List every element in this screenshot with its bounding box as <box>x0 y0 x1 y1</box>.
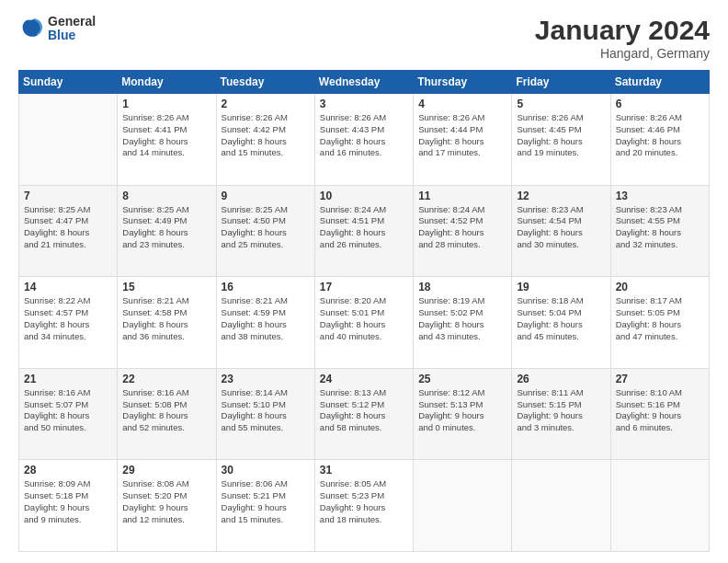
day-info: Sunrise: 8:24 AM Sunset: 4:52 PM Dayligh… <box>418 204 506 251</box>
calendar-cell: 16Sunrise: 8:21 AM Sunset: 4:59 PM Dayli… <box>216 277 314 369</box>
day-info: Sunrise: 8:25 AM Sunset: 4:50 PM Dayligh… <box>222 204 310 251</box>
calendar-cell: 11Sunrise: 8:24 AM Sunset: 4:52 PM Dayli… <box>414 185 512 277</box>
calendar-cell <box>19 94 118 186</box>
calendar-cell: 29Sunrise: 8:08 AM Sunset: 5:20 PM Dayli… <box>118 460 216 552</box>
day-number: 14 <box>24 281 112 293</box>
day-number: 16 <box>222 281 310 293</box>
day-number: 1 <box>122 98 210 110</box>
day-info: Sunrise: 8:16 AM Sunset: 5:08 PM Dayligh… <box>122 387 210 434</box>
calendar-cell: 2Sunrise: 8:26 AM Sunset: 4:42 PM Daylig… <box>216 94 314 186</box>
day-number: 15 <box>122 281 210 293</box>
day-number: 5 <box>517 98 605 110</box>
calendar-cell: 13Sunrise: 8:23 AM Sunset: 4:55 PM Dayli… <box>610 185 709 277</box>
day-info: Sunrise: 8:22 AM Sunset: 4:57 PM Dayligh… <box>24 295 112 342</box>
logo: General Blue <box>18 15 96 43</box>
calendar-cell: 10Sunrise: 8:24 AM Sunset: 4:51 PM Dayli… <box>314 185 413 277</box>
day-info: Sunrise: 8:05 AM Sunset: 5:23 PM Dayligh… <box>320 478 408 525</box>
calendar-cell: 23Sunrise: 8:14 AM Sunset: 5:10 PM Dayli… <box>216 368 314 460</box>
calendar-cell: 28Sunrise: 8:09 AM Sunset: 5:18 PM Dayli… <box>19 460 118 552</box>
day-info: Sunrise: 8:18 AM Sunset: 5:04 PM Dayligh… <box>517 295 605 342</box>
calendar-cell: 4Sunrise: 8:26 AM Sunset: 4:44 PM Daylig… <box>414 94 512 186</box>
calendar-cell: 12Sunrise: 8:23 AM Sunset: 4:54 PM Dayli… <box>512 185 610 277</box>
page: General Blue January 2024 Hangard, Germa… <box>0 0 728 563</box>
day-info: Sunrise: 8:21 AM Sunset: 4:58 PM Dayligh… <box>122 295 210 342</box>
calendar-cell <box>414 460 512 552</box>
day-number: 23 <box>222 373 310 385</box>
day-info: Sunrise: 8:13 AM Sunset: 5:12 PM Dayligh… <box>320 387 408 434</box>
calendar-table: Sunday Monday Tuesday Wednesday Thursday… <box>18 70 710 552</box>
day-number: 9 <box>222 190 310 202</box>
day-number: 26 <box>517 373 605 385</box>
day-number: 21 <box>24 373 112 385</box>
calendar-cell <box>610 460 709 552</box>
day-info: Sunrise: 8:16 AM Sunset: 5:07 PM Dayligh… <box>24 387 112 434</box>
col-sunday: Sunday <box>19 71 118 94</box>
calendar-cell: 7Sunrise: 8:25 AM Sunset: 4:47 PM Daylig… <box>19 185 118 277</box>
day-number: 25 <box>418 373 506 385</box>
logo-icon <box>18 16 44 41</box>
day-number: 17 <box>320 281 408 293</box>
col-friday: Friday <box>512 71 610 94</box>
calendar-cell: 30Sunrise: 8:06 AM Sunset: 5:21 PM Dayli… <box>216 460 314 552</box>
col-thursday: Thursday <box>414 71 512 94</box>
day-info: Sunrise: 8:08 AM Sunset: 5:20 PM Dayligh… <box>122 478 210 525</box>
day-info: Sunrise: 8:09 AM Sunset: 5:18 PM Dayligh… <box>24 478 112 525</box>
day-info: Sunrise: 8:26 AM Sunset: 4:41 PM Dayligh… <box>122 112 210 159</box>
col-wednesday: Wednesday <box>314 71 413 94</box>
day-info: Sunrise: 8:20 AM Sunset: 5:01 PM Dayligh… <box>320 295 408 342</box>
title-block: January 2024 Hangard, Germany <box>535 15 710 61</box>
logo-text: General Blue <box>48 15 96 43</box>
main-title: January 2024 <box>535 15 710 46</box>
day-info: Sunrise: 8:25 AM Sunset: 4:47 PM Dayligh… <box>24 204 112 251</box>
day-info: Sunrise: 8:23 AM Sunset: 4:55 PM Dayligh… <box>616 204 704 251</box>
day-info: Sunrise: 8:25 AM Sunset: 4:49 PM Dayligh… <box>122 204 210 251</box>
col-saturday: Saturday <box>610 71 709 94</box>
day-info: Sunrise: 8:17 AM Sunset: 5:05 PM Dayligh… <box>616 295 704 342</box>
day-info: Sunrise: 8:12 AM Sunset: 5:13 PM Dayligh… <box>418 387 506 434</box>
calendar-cell: 17Sunrise: 8:20 AM Sunset: 5:01 PM Dayli… <box>314 277 413 369</box>
day-number: 2 <box>222 98 310 110</box>
day-number: 20 <box>616 281 704 293</box>
week-row-4: 21Sunrise: 8:16 AM Sunset: 5:07 PM Dayli… <box>19 368 710 460</box>
calendar-cell: 27Sunrise: 8:10 AM Sunset: 5:16 PM Dayli… <box>610 368 709 460</box>
day-number: 31 <box>320 464 408 477</box>
week-row-5: 28Sunrise: 8:09 AM Sunset: 5:18 PM Dayli… <box>19 460 710 552</box>
day-number: 28 <box>24 464 112 477</box>
calendar-cell: 6Sunrise: 8:26 AM Sunset: 4:46 PM Daylig… <box>610 94 709 186</box>
day-number: 3 <box>320 98 408 110</box>
day-number: 13 <box>616 190 704 202</box>
day-info: Sunrise: 8:10 AM Sunset: 5:16 PM Dayligh… <box>616 387 704 434</box>
day-number: 27 <box>616 373 704 385</box>
week-row-1: 1Sunrise: 8:26 AM Sunset: 4:41 PM Daylig… <box>19 94 710 186</box>
calendar-cell: 18Sunrise: 8:19 AM Sunset: 5:02 PM Dayli… <box>414 277 512 369</box>
day-number: 10 <box>320 190 408 202</box>
week-row-3: 14Sunrise: 8:22 AM Sunset: 4:57 PM Dayli… <box>19 277 710 369</box>
day-number: 11 <box>418 190 506 202</box>
day-info: Sunrise: 8:21 AM Sunset: 4:59 PM Dayligh… <box>222 295 310 342</box>
calendar-cell: 15Sunrise: 8:21 AM Sunset: 4:58 PM Dayli… <box>118 277 216 369</box>
day-info: Sunrise: 8:26 AM Sunset: 4:44 PM Dayligh… <box>418 112 506 159</box>
calendar-cell: 1Sunrise: 8:26 AM Sunset: 4:41 PM Daylig… <box>118 94 216 186</box>
day-info: Sunrise: 8:26 AM Sunset: 4:46 PM Dayligh… <box>616 112 704 159</box>
day-number: 4 <box>418 98 506 110</box>
day-info: Sunrise: 8:24 AM Sunset: 4:51 PM Dayligh… <box>320 204 408 251</box>
day-number: 22 <box>122 373 210 385</box>
calendar-cell: 8Sunrise: 8:25 AM Sunset: 4:49 PM Daylig… <box>118 185 216 277</box>
col-monday: Monday <box>118 71 216 94</box>
day-info: Sunrise: 8:26 AM Sunset: 4:43 PM Dayligh… <box>320 112 408 159</box>
day-number: 30 <box>222 464 310 477</box>
day-number: 18 <box>418 281 506 293</box>
calendar-cell: 19Sunrise: 8:18 AM Sunset: 5:04 PM Dayli… <box>512 277 610 369</box>
calendar-cell: 26Sunrise: 8:11 AM Sunset: 5:15 PM Dayli… <box>512 368 610 460</box>
logo-general: General <box>48 15 96 29</box>
calendar-cell <box>512 460 610 552</box>
calendar-cell: 20Sunrise: 8:17 AM Sunset: 5:05 PM Dayli… <box>610 277 709 369</box>
header-row: Sunday Monday Tuesday Wednesday Thursday… <box>19 71 710 94</box>
calendar-cell: 9Sunrise: 8:25 AM Sunset: 4:50 PM Daylig… <box>216 185 314 277</box>
day-info: Sunrise: 8:26 AM Sunset: 4:45 PM Dayligh… <box>517 112 605 159</box>
day-info: Sunrise: 8:06 AM Sunset: 5:21 PM Dayligh… <box>222 478 310 525</box>
day-info: Sunrise: 8:19 AM Sunset: 5:02 PM Dayligh… <box>418 295 506 342</box>
calendar-cell: 14Sunrise: 8:22 AM Sunset: 4:57 PM Dayli… <box>19 277 118 369</box>
day-number: 6 <box>616 98 704 110</box>
subtitle: Hangard, Germany <box>535 46 710 61</box>
